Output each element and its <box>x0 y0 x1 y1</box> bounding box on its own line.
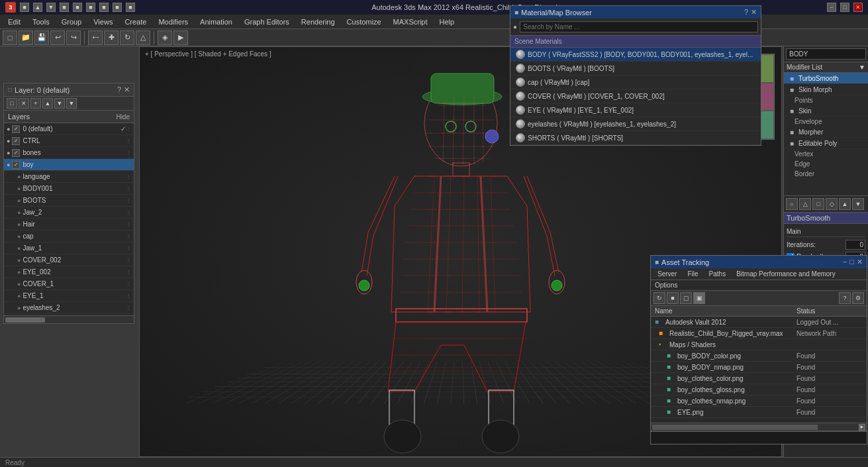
tool-scale[interactable]: △ <box>136 30 150 45</box>
asset-grid-btn[interactable]: ▢ <box>680 292 692 304</box>
layer-new-btn[interactable]: □ <box>7 98 17 109</box>
menu-create[interactable]: Create <box>119 17 152 27</box>
asset-row-clothescolor[interactable]: ■ boy_clothes_color.png Found <box>651 373 867 384</box>
menu-views[interactable]: Views <box>88 17 118 27</box>
layer-bones-options[interactable]: ⋮ <box>126 150 131 156</box>
layer-down-btn[interactable]: ▼ <box>54 98 65 109</box>
layer-item-eye002[interactable]: ● EYE_002 ⋮ <box>4 266 134 278</box>
layer-item-hair[interactable]: ● Hair ⋮ <box>4 219 134 231</box>
layer-body001-options[interactable]: ⋮ <box>126 185 131 191</box>
material-item-eyelashes[interactable]: eyelashes ( VRayMtl ) [eyelashes_1, eyel… <box>510 117 761 131</box>
material-item-body[interactable]: BODY ( VRayFastSSS2 ) [BODY, BODY001, BO… <box>510 48 761 62</box>
tool-rotate[interactable]: ↻ <box>120 30 134 45</box>
modifier-search-input[interactable] <box>786 48 866 60</box>
mod-edge-btn[interactable]: ▲ <box>839 198 851 210</box>
layer-item-cover002[interactable]: ● COVER_002 ⋮ <box>4 254 134 266</box>
tool-material[interactable]: ◈ <box>158 30 172 45</box>
modifier-vertex[interactable]: Vertex <box>784 149 868 159</box>
material-browser-close[interactable]: ✕ <box>751 8 757 17</box>
asset-scroll-right[interactable]: ► <box>859 424 865 431</box>
layer-checkbox-boy[interactable]: ✓ <box>12 161 20 169</box>
asset-menu-paths[interactable]: Paths <box>705 270 730 278</box>
menu-animation[interactable]: Animation <box>195 17 238 27</box>
asset-detail-btn[interactable]: ▣ <box>693 292 705 304</box>
modifier-edge[interactable]: Edge <box>784 159 868 169</box>
asset-row-vault[interactable]: ■ Autodesk Vault 2012 Logged Out ... <box>651 317 867 328</box>
layer-item-default[interactable]: ● ✓ 0 (default) ✓ ⋮ <box>4 123 134 135</box>
layer-cover002-options[interactable]: ⋮ <box>126 257 131 263</box>
tb-btn-1[interactable]: ■ <box>20 3 29 12</box>
asset-menu-bitmap[interactable]: Bitmap Performance and Memory <box>732 270 840 278</box>
asset-row-eye[interactable]: ■ EYE.png Found <box>651 407 867 418</box>
asset-settings-btn[interactable]: ⚙ <box>852 292 864 304</box>
asset-tracking-minimize[interactable]: − <box>843 258 847 266</box>
material-item-eye[interactable]: EYE ( VRayMtl ) [EYE_1, EYE_002] <box>510 103 761 117</box>
asset-row-maxfile[interactable]: ■ Realistic_Child_Boy_Rigged_vray.max Ne… <box>651 328 867 339</box>
modifier-border[interactable]: Border <box>784 169 868 179</box>
tb-btn-3[interactable]: ▼ <box>46 3 56 12</box>
layer-eye002-options[interactable]: ⋮ <box>126 269 131 275</box>
menu-maxscript[interactable]: MAXScript <box>388 17 433 27</box>
layer-options[interactable]: ⋮ <box>126 126 131 132</box>
tool-undo[interactable]: ↩ <box>50 30 65 45</box>
asset-row-bodycolor[interactable]: ■ boy_BODY_color.png Found <box>651 350 867 362</box>
tb-btn-7[interactable]: ■ <box>99 3 109 12</box>
menu-tools[interactable]: Tools <box>27 17 55 27</box>
material-item-shorts[interactable]: SHORTS ( VRayMtl ) [SHORTS] <box>510 131 761 145</box>
layer-delete-btn[interactable]: ✕ <box>19 98 29 109</box>
restore-btn[interactable]: □ <box>840 3 849 12</box>
asset-list-btn[interactable]: ■ <box>667 292 679 304</box>
layer-item-language[interactable]: ● language ⋮ <box>4 171 134 183</box>
modifier-skin[interactable]: ■ Skin <box>784 105 868 117</box>
layer-item-jaw2[interactable]: ● Jaw_2 ⋮ <box>4 207 134 219</box>
asset-scrollbar-thumb[interactable] <box>652 425 818 430</box>
tb-btn-4[interactable]: ■ <box>60 3 69 12</box>
layer-add-btn[interactable]: + <box>30 98 41 109</box>
material-item-cap[interactable]: cap ( VRayMtl ) [cap] <box>510 76 761 89</box>
ts-iterations-input[interactable] <box>845 240 865 250</box>
asset-tracking-close[interactable]: ✕ <box>857 258 863 266</box>
tool-save[interactable]: 💾 <box>34 30 49 45</box>
asset-row-clothesnmap[interactable]: ■ boy_clothes_nmap.png Found <box>651 395 867 407</box>
layer-hair-options[interactable]: ⋮ <box>126 221 131 227</box>
asset-tracking-restore[interactable]: □ <box>849 258 854 266</box>
layer-item-eyelashes2[interactable]: ● eyelashes_2 ⋮ <box>4 302 134 314</box>
layer-up-btn[interactable]: ▲ <box>42 98 53 109</box>
material-browser-help[interactable]: ? <box>744 8 748 17</box>
layer-checkbox-ctrl[interactable]: ✓ <box>12 137 20 145</box>
layer-options-btn[interactable]: ▼ <box>66 98 77 109</box>
layer-item-boots[interactable]: ● BOOTS ⋮ <box>4 195 134 207</box>
tool-select[interactable]: ⭠ <box>88 30 103 45</box>
tool-new[interactable]: □ <box>3 30 17 45</box>
asset-row-maps[interactable]: ▪ Maps / Shaders <box>651 339 867 350</box>
layer-eye1-options[interactable]: ⋮ <box>126 293 131 299</box>
menu-help[interactable]: Help <box>434 17 460 27</box>
menu-rendering[interactable]: Rendering <box>296 17 340 27</box>
tool-redo[interactable]: ↪ <box>66 30 81 45</box>
material-search-input[interactable] <box>520 21 758 32</box>
layer-lang-options[interactable]: ⋮ <box>126 174 131 180</box>
asset-path-input[interactable] <box>651 431 867 444</box>
layer-item-bones[interactable]: ● ✓ bones ⋮ <box>4 147 134 159</box>
layer-item-cap[interactable]: ● cap ⋮ <box>4 231 134 242</box>
layers-help-btn[interactable]: ? <box>117 85 121 94</box>
layer-item-jaw1[interactable]: ● Jaw_1 ⋮ <box>4 242 134 254</box>
mod-light-btn[interactable]: △ <box>799 198 811 210</box>
material-item-cover[interactable]: COVER ( VRayMtl ) [COVER_1, COVER_002] <box>510 89 761 103</box>
menu-modifiers[interactable]: Modifiers <box>153 17 193 27</box>
mod-sel-btn[interactable]: ▼ <box>852 198 864 210</box>
asset-menu-server[interactable]: Server <box>653 270 681 278</box>
layers-close-btn[interactable]: ✕ <box>124 85 130 94</box>
layer-item-eye1[interactable]: ● EYE_1 ⋮ <box>4 290 134 302</box>
tool-open[interactable]: 📁 <box>19 30 33 45</box>
tb-btn-9[interactable]: ■ <box>126 3 135 12</box>
tb-btn-2[interactable]: ▲ <box>33 3 42 12</box>
layer-item-boy[interactable]: ● ✓ boy ⋮ <box>4 159 134 171</box>
tool-move[interactable]: ✚ <box>104 30 119 45</box>
tb-btn-8[interactable]: ■ <box>113 3 122 12</box>
asset-options-label[interactable]: Options <box>655 282 677 289</box>
layer-checkbox-default[interactable]: ✓ <box>12 125 20 133</box>
layer-jaw1-options[interactable]: ⋮ <box>126 245 131 251</box>
layer-cover1-options[interactable]: ⋮ <box>126 281 131 287</box>
layer-boots-options[interactable]: ⋮ <box>126 197 131 203</box>
